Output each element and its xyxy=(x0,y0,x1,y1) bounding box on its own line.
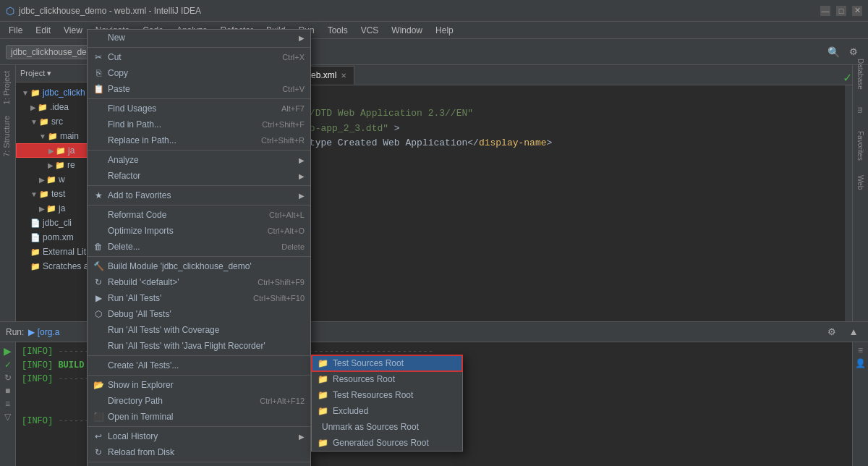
ctx-run-coverage[interactable]: Run 'All Tests' with Coverage xyxy=(88,322,310,338)
project-tab[interactable]: 1: Project xyxy=(0,65,15,110)
run-scroll-icon[interactable]: ≡ xyxy=(5,399,10,409)
run-collapse-button[interactable]: ▲ xyxy=(845,323,862,341)
ctx-run-jfr[interactable]: Run 'All Tests' with 'Java Flight Record… xyxy=(88,338,310,354)
submenu-item-test-sources-root[interactable]: 📁 Test Sources Root xyxy=(312,355,462,371)
run-play-icon[interactable]: ▶ xyxy=(4,345,12,357)
submenu-mark-directory: 📁 Test Sources Root 📁 Resources Root 📁 T… xyxy=(311,355,463,452)
ctx-create-tests[interactable]: Create 'All Tests'... xyxy=(88,357,310,373)
run-rerun-icon[interactable]: ↻ xyxy=(4,373,12,383)
ctx-new-label: New xyxy=(108,33,125,43)
menu-edit[interactable]: Edit xyxy=(30,24,56,37)
editor-right-gutter xyxy=(845,85,852,321)
ctx-open-terminal-label: Open in Terminal xyxy=(108,412,174,422)
run-config-label[interactable]: ▶ [org.a xyxy=(28,327,59,337)
ctx-build-module[interactable]: 🔨Build Module 'jdbc_clickhouse_demo' xyxy=(88,258,310,274)
web-icon[interactable]: Web xyxy=(855,177,867,188)
submenu-item-resources-root[interactable]: 📁 Resources Root xyxy=(312,371,462,387)
tree-item-label-jdbc: jdbc_cli xyxy=(43,218,72,228)
submenu-item-excluded[interactable]: 📁 Excluded xyxy=(312,403,462,419)
ctx-open-terminal[interactable]: ⬛Open in Terminal xyxy=(88,409,310,425)
ctx-favorites[interactable]: ★Add to Favorites ▶ xyxy=(88,187,310,203)
ctx-find-path[interactable]: Find in Path... Ctrl+Shift+F xyxy=(88,116,310,132)
app-icon: ⬡ xyxy=(6,5,14,17)
ctx-reload[interactable]: ↻Reload from Disk xyxy=(88,444,310,460)
ctx-show-explorer[interactable]: 📂Show in Explorer xyxy=(88,377,310,393)
tab-webxml-close[interactable]: ✕ xyxy=(341,72,346,80)
run-stop-icon[interactable]: ■ xyxy=(5,386,10,396)
jdbc-file-icon: 📄 xyxy=(30,219,41,228)
ctx-find-usages[interactable]: Find Usages Alt+F7 xyxy=(88,101,310,116)
title-bar: ⬡ jdbc_clickhouse_demo - web.xml - Intel… xyxy=(0,0,868,22)
ctx-create-tests-label: Create 'All Tests'... xyxy=(108,360,179,370)
ctx-delete[interactable]: 🗑Delete... Delete xyxy=(88,239,310,255)
debug-tests-icon: ⬡ xyxy=(93,309,103,319)
menu-file[interactable]: File xyxy=(3,24,28,37)
tree-arrow-resources: ▶ xyxy=(48,161,54,169)
unmark-label: Unmark as Sources Root xyxy=(322,422,419,432)
ctx-reformat-shortcut: Ctrl+Alt+L xyxy=(269,211,305,219)
ctx-copy[interactable]: ⎘Copy xyxy=(88,65,310,81)
title-bar-left: ⬡ jdbc_clickhouse_demo - web.xml - Intel… xyxy=(6,5,201,17)
tree-item-label-testjava: ja xyxy=(59,203,65,213)
ctx-replace-path[interactable]: Replace in Path... Ctrl+Shift+R xyxy=(88,132,310,148)
folder-icon: 📁 xyxy=(30,88,41,98)
ctx-favorites-label: Add to Favorites xyxy=(108,190,171,200)
structure-tab[interactable]: 7: Structure xyxy=(0,110,15,163)
tree-arrow-idea: ▶ xyxy=(30,103,36,111)
test-resources-folder-icon: 📁 xyxy=(318,390,328,400)
close-button[interactable]: ✕ xyxy=(852,6,862,16)
run-filter-icon[interactable]: ▽ xyxy=(4,412,11,422)
ctx-dir-path[interactable]: Directory Path Ctrl+Alt+F12 xyxy=(88,393,310,409)
ctx-new[interactable]: New ▶ xyxy=(88,30,310,46)
ctx-dir-path-label: Directory Path xyxy=(108,396,163,406)
favorites-icon[interactable]: Favorites xyxy=(855,140,867,152)
search-button[interactable]: 🔍 xyxy=(825,43,842,61)
menu-tools[interactable]: Tools xyxy=(322,24,354,37)
history-icon: ↩ xyxy=(93,431,103,441)
run-label: Run: xyxy=(6,327,24,337)
ctx-optimize[interactable]: Optimize Imports Ctrl+Alt+O xyxy=(88,223,310,239)
submenu-item-unmark[interactable]: Unmark as Sources Root xyxy=(312,419,462,435)
menu-help[interactable]: Help xyxy=(430,24,459,37)
ctx-run-tests[interactable]: ▶Run 'All Tests' Ctrl+Shift+F10 xyxy=(88,290,310,306)
tree-arrow-src: ▼ xyxy=(30,118,38,126)
test-resources-root-label: Test Resources Root xyxy=(333,390,413,400)
tree-arrow-webapp: ▶ xyxy=(39,176,45,184)
ctx-sep-10 xyxy=(88,462,310,462)
minimize-button[interactable]: — xyxy=(820,6,830,16)
ctx-sep-8 xyxy=(88,375,310,376)
external-folder-icon: 📁 xyxy=(30,247,41,257)
run-person-icon[interactable]: 👤 xyxy=(855,358,866,368)
ctx-sep-9 xyxy=(88,426,310,427)
ctx-local-history[interactable]: ↩Local History ▶ xyxy=(88,428,310,444)
ctx-rebuild-shortcut: Ctrl+Shift+F9 xyxy=(258,278,305,287)
ctx-reformat[interactable]: Reformat Code Ctrl+Alt+L xyxy=(88,207,310,223)
submenu-item-generated-sources[interactable]: 📁 Generated Sources Root xyxy=(312,435,462,451)
run-tests-icon: ▶ xyxy=(93,293,103,303)
ctx-run-tests-label: Run 'All Tests' xyxy=(108,293,161,303)
ctx-paste[interactable]: 📋Paste Ctrl+V xyxy=(88,81,310,97)
database-icon[interactable]: Database xyxy=(855,68,867,80)
menu-window[interactable]: Window xyxy=(386,24,428,37)
ctx-analyze[interactable]: Analyze ▶ xyxy=(88,152,310,168)
ctx-cut[interactable]: ✂Cut Ctrl+X xyxy=(88,49,310,65)
ctx-run-tests-shortcut: Ctrl+Shift+F10 xyxy=(253,294,305,302)
ctx-dir-path-shortcut: Ctrl+Alt+F12 xyxy=(260,397,305,405)
maximize-button[interactable]: □ xyxy=(836,6,846,16)
menu-view[interactable]: View xyxy=(58,24,88,37)
ctx-paste-label: Paste xyxy=(108,84,130,94)
ctx-rebuild[interactable]: ↻Rebuild '<default>' Ctrl+Shift+F9 xyxy=(88,274,310,290)
menu-vcs[interactable]: VCS xyxy=(355,24,385,37)
run-sort-icon[interactable]: ≡ xyxy=(858,345,863,355)
project-selector[interactable]: jdbc_clickhouse_de xyxy=(6,45,92,59)
ctx-debug-tests[interactable]: ⬡Debug 'All Tests' xyxy=(88,306,310,322)
webapp-folder-icon: 📁 xyxy=(46,175,56,185)
ctx-refactor[interactable]: Refactor ▶ xyxy=(88,168,310,184)
run-gear-button[interactable]: ⚙ xyxy=(823,323,841,341)
submenu-item-test-resources-root[interactable]: 📁 Test Resources Root xyxy=(312,387,462,403)
ctx-sep-2 xyxy=(88,98,310,99)
maven-icon[interactable]: m xyxy=(855,104,867,116)
ctx-refactor-label: Refactor xyxy=(108,171,140,181)
test-sources-folder-icon: 📁 xyxy=(318,358,328,368)
excluded-folder-icon: 📁 xyxy=(318,406,328,416)
